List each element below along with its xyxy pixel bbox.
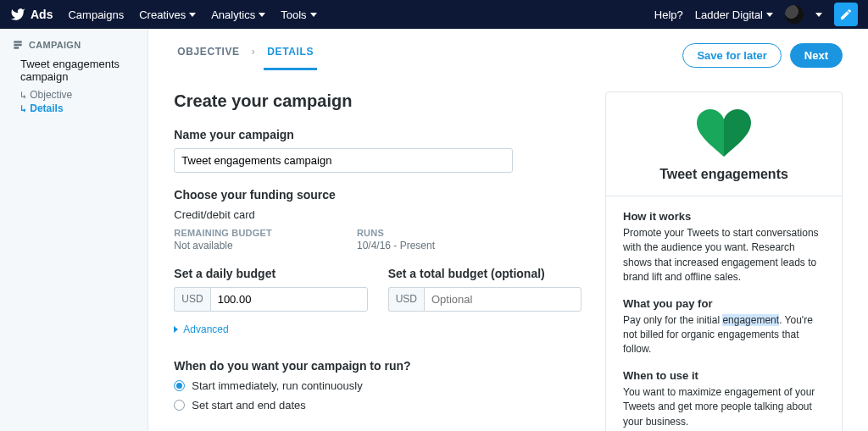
- tab-separator: ›: [250, 41, 258, 70]
- heart-icon: [697, 109, 751, 157]
- daily-budget-input[interactable]: [210, 287, 368, 312]
- nav-creatives[interactable]: Creatives: [139, 8, 196, 21]
- layout: CAMPAIGN Tweet engagements campaign ↳Obj…: [0, 29, 868, 431]
- highlighted-text: engagement: [722, 314, 779, 326]
- advanced-toggle[interactable]: Advanced: [174, 323, 581, 335]
- budget-row: Set a daily budget USD Set a total budge…: [174, 267, 581, 312]
- daily-budget-input-group: USD: [174, 287, 367, 312]
- divider: [606, 196, 842, 196]
- runs: RUNS 10/4/16 - Present: [357, 228, 435, 251]
- actions: Save for later Next: [682, 43, 843, 68]
- pay-heading: What you pay for: [623, 297, 825, 310]
- content-row: Create your campaign Name your campaign …: [174, 91, 843, 431]
- currency-prefix: USD: [388, 287, 424, 312]
- twitter-icon: [10, 7, 25, 22]
- name-label: Name your campaign: [174, 128, 581, 141]
- sidebar-section-header: CAMPAIGN: [0, 39, 147, 58]
- chevron-down-icon: [189, 13, 196, 17]
- remaining-value: Not available: [174, 240, 272, 251]
- when-heading: When to use it: [623, 369, 825, 382]
- avatar[interactable]: [785, 5, 804, 24]
- tab-details[interactable]: DETAILS: [264, 41, 317, 70]
- radio-icon: [174, 400, 185, 411]
- tabs-row: OBJECTIVE › DETAILS Save for later Next: [174, 29, 843, 71]
- nav-analytics[interactable]: Analytics: [211, 8, 265, 21]
- radio-icon: [174, 380, 185, 391]
- sidebar: CAMPAIGN Tweet engagements campaign ↳Obj…: [0, 29, 148, 431]
- sidebar-campaign-name: Tweet engagements campaign: [0, 58, 147, 88]
- sidebar-step-details[interactable]: ↳Details: [0, 102, 147, 115]
- how-heading: How it works: [623, 210, 825, 223]
- chevron-down-icon: [259, 13, 265, 17]
- chevron-down-icon: [310, 13, 317, 17]
- topbar: Ads Campaigns Creatives Analytics Tools …: [0, 0, 868, 29]
- pay-body: Pay only for the initial engagement. You…: [623, 313, 825, 357]
- funding-meta: REMAINING BUDGET Not available RUNS 10/4…: [174, 228, 581, 251]
- how-body: Promote your Tweets to start conversatio…: [623, 226, 825, 285]
- main: OBJECTIVE › DETAILS Save for later Next …: [148, 29, 868, 431]
- next-button[interactable]: Next: [790, 43, 843, 68]
- info-panel: Tweet engagements How it works Promote y…: [605, 91, 843, 431]
- schedule-option-immediate[interactable]: Start immediately, run continuously: [174, 379, 581, 392]
- total-budget-input[interactable]: [424, 287, 581, 312]
- daily-label: Set a daily budget: [174, 267, 367, 280]
- funding-value: Credit/debit card: [174, 208, 581, 221]
- runs-value: 10/4/16 - Present: [357, 240, 435, 251]
- topbar-left: Ads Campaigns Creatives Analytics Tools: [10, 7, 317, 22]
- nav-campaigns[interactable]: Campaigns: [68, 8, 124, 21]
- topbar-right: Help? Ladder Digital: [654, 3, 858, 26]
- sidebar-step-objective[interactable]: ↳Objective: [0, 88, 147, 102]
- when-body: You want to maximize engagement of your …: [623, 385, 825, 429]
- help-link[interactable]: Help?: [654, 8, 683, 21]
- info-title: Tweet engagements: [623, 167, 825, 182]
- currency-prefix: USD: [174, 287, 209, 312]
- runs-label: RUNS: [357, 228, 435, 238]
- triangle-right-icon: [174, 326, 178, 333]
- total-budget-input-group: USD: [388, 287, 581, 312]
- arrow-icon: ↳: [20, 89, 26, 101]
- remaining-budget: REMAINING BUDGET Not available: [174, 228, 272, 251]
- compose-icon: [839, 8, 853, 21]
- chevron-down-icon[interactable]: [815, 13, 822, 17]
- remaining-label: REMAINING BUDGET: [174, 228, 272, 238]
- brand-text: Ads: [31, 8, 53, 21]
- campaign-icon: [12, 39, 24, 51]
- total-budget-col: Set a total budget (optional) USD: [388, 267, 581, 312]
- page-title: Create your campaign: [174, 91, 581, 111]
- account-switcher[interactable]: Ladder Digital: [695, 8, 773, 21]
- chevron-down-icon: [766, 13, 773, 17]
- brand[interactable]: Ads: [10, 7, 53, 22]
- heart-illustration: [623, 109, 825, 157]
- form-column: Create your campaign Name your campaign …: [174, 91, 581, 431]
- tabs: OBJECTIVE › DETAILS: [174, 41, 317, 70]
- campaign-name-input[interactable]: [174, 148, 513, 173]
- funding-label: Choose your funding source: [174, 188, 581, 202]
- save-button[interactable]: Save for later: [682, 43, 781, 68]
- total-label: Set a total budget (optional): [388, 267, 581, 280]
- daily-budget-col: Set a daily budget USD: [174, 267, 367, 312]
- tab-objective[interactable]: OBJECTIVE: [174, 41, 242, 70]
- schedule-option-dates[interactable]: Set start and end dates: [174, 399, 581, 412]
- nav-tools[interactable]: Tools: [281, 8, 316, 21]
- arrow-icon: ↳: [20, 102, 26, 114]
- schedule-label: When do you want your campaign to run?: [174, 359, 581, 373]
- compose-button[interactable]: [834, 3, 858, 26]
